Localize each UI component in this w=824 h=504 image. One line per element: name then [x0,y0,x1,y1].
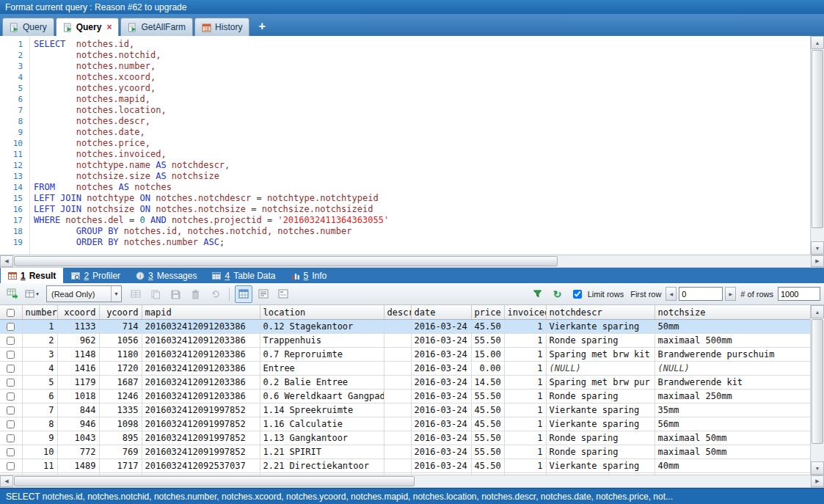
column-header-invoiced[interactable]: invoiced [504,305,546,320]
cell-xcoord[interactable]: 1018 [57,390,99,403]
cell-ycoord[interactable]: 1056 [99,334,142,348]
cell-descr[interactable] [384,320,411,334]
limit-rows-checkbox[interactable] [573,290,582,299]
first-row-input[interactable] [679,287,723,301]
cell-invoiced[interactable]: 1 [504,403,546,417]
cell-date[interactable]: 2016-03-24 [411,320,471,334]
row-checkbox[interactable] [7,351,15,359]
scroll-left-button[interactable]: ◀ [0,475,13,487]
cell-ycoord[interactable]: 714 [99,320,142,334]
cell-number[interactable]: 9 [22,431,57,445]
cell-notchsize[interactable]: maximaal 50mm [655,431,810,445]
cell-notchsize[interactable]: Brandwerende kit [655,376,810,390]
result-tab-messages[interactable]: i 3 Messages [128,268,204,283]
cell-xcoord[interactable]: 772 [57,445,99,459]
result-row-3[interactable]: 31148118020160324120912033860.7 Reprorui… [0,348,810,362]
cell-notchsize[interactable]: 40mm [655,459,810,473]
cell-descr[interactable] [384,431,411,445]
cell-xcoord[interactable]: 844 [57,403,99,417]
form-view-button[interactable] [274,285,292,303]
first-row-increment-button[interactable]: ▶ [725,287,736,301]
cell-mapid[interactable]: 2016032412091203386 [142,334,260,348]
result-row-8[interactable]: 8946109820160324120919978521.16 Calculat… [0,417,810,431]
scroll-up-button[interactable]: ▲ [811,305,824,318]
first-row-decrement-button[interactable]: ◀ [666,287,677,301]
cell-descr[interactable] [384,390,411,403]
save-changes-icon[interactable] [167,285,184,303]
code-line-8[interactable]: notches.descr, [34,116,810,127]
cell-notchdescr[interactable]: Ronde sparing [546,390,655,403]
editor-vertical-scrollbar[interactable]: ▲ ▼ [810,36,824,255]
column-header-price[interactable]: price [471,305,504,320]
cell-location[interactable]: 0.6 Wereldkaart Gangpad [260,390,384,403]
code-line-9[interactable]: notches.date, [34,127,810,138]
result-row-4[interactable]: 4141617202016032412091203386Entree2016-0… [0,362,810,376]
cell-notchdescr[interactable]: Vierkante sparing [546,459,655,473]
row-checkbox[interactable] [7,420,15,428]
cell-descr[interactable] [384,334,411,348]
select-all-checkbox[interactable] [7,309,15,317]
scrollbar-track[interactable] [811,49,824,241]
cell-invoiced[interactable]: 1 [504,334,546,348]
cell-notchdescr[interactable]: Ronde sparing [546,334,655,348]
export-options-icon[interactable]: ▼ [23,285,41,303]
row-checkbox[interactable] [7,434,15,442]
cell-descr[interactable] [384,403,411,417]
cell-date[interactable]: 2016-03-24 [411,390,471,403]
cell-notchdescr[interactable]: Vierkante sparing [546,320,655,334]
filter-button[interactable] [529,285,547,303]
cell-notchdescr[interactable]: Vierkante sparing [546,417,655,431]
tab-query-1[interactable]: Query [2,18,54,36]
row-checkbox[interactable] [7,448,15,456]
cell-invoiced[interactable]: 1 [504,459,546,473]
code-line-19[interactable]: ORDER BY notches.number ASC; [34,237,810,248]
grid-view-button[interactable] [235,285,252,303]
cell-xcoord[interactable]: 1179 [57,376,99,390]
code-line-17[interactable]: WHERE notches.del = 0 AND notches.projec… [34,215,810,226]
cell-xcoord[interactable]: 946 [57,417,99,431]
cell-mapid[interactable]: 2016032412091997852 [142,417,260,431]
grid-vertical-scrollbar[interactable]: ▲ ▼ [810,305,824,475]
cell-date[interactable]: 2016-03-24 [411,334,471,348]
cell-number[interactable]: 6 [22,390,57,403]
cell-location[interactable]: 1.13 Gangkantoor [260,431,384,445]
code-line-14[interactable]: FROM notches AS notches [34,182,810,193]
cell-notchsize[interactable]: maximaal 500mm [655,334,810,348]
result-tab-result[interactable]: 1 Result [1,268,63,283]
scrollbar-track[interactable] [811,318,824,461]
cell-mapid[interactable]: 2016032412091997852 [142,431,260,445]
cell-location[interactable]: 1.14 Spreekruimte [260,403,384,417]
grid-horizontal-scrollbar[interactable]: ◀ ▶ [0,475,824,488]
delete-row-icon[interactable] [186,285,204,303]
export-resultset-icon[interactable] [4,285,21,303]
row-checkbox[interactable] [7,462,15,470]
cell-price[interactable]: 45.50 [471,320,504,334]
result-row-5[interactable]: 51179168720160324120912033860.2 Balie En… [0,376,810,390]
cell-notchsize[interactable]: maximaal 250mm [655,390,810,403]
result-row-2[interactable]: 296210562016032412091203386Trappenhuis20… [0,334,810,348]
cell-price[interactable]: 55.50 [471,334,504,348]
result-tab-info[interactable]: 5 Info [284,268,335,283]
cell-number[interactable]: 8 [22,417,57,431]
cell-xcoord[interactable]: 1043 [57,431,99,445]
editor-horizontal-scrollbar[interactable]: ◀ ▶ [0,255,824,268]
code-line-18[interactable]: GROUP BY notches.id, notches.notchid, no… [34,226,810,237]
cell-invoiced[interactable]: 1 [504,320,546,334]
cell-mapid[interactable]: 2016032412091203386 [142,390,260,403]
column-header-descr[interactable]: descr [384,305,411,320]
cell-location[interactable]: Entree [260,362,384,376]
result-row-6[interactable]: 61018124620160324120912033860.6 Wereldka… [0,390,810,403]
cell-ycoord[interactable]: 895 [99,431,142,445]
cell-notchsize[interactable]: 56mm [655,417,810,431]
cell-number[interactable]: 5 [22,376,57,390]
code-line-3[interactable]: notches.number, [34,61,810,72]
cell-date[interactable]: 2016-03-24 [411,403,471,417]
column-header-location[interactable]: location [260,305,384,320]
cell-ycoord[interactable]: 769 [99,445,142,459]
cell-ycoord[interactable]: 1720 [99,362,142,376]
row-checkbox[interactable] [7,365,15,373]
cell-location[interactable]: 1.16 Calculatie [260,417,384,431]
cell-location[interactable]: 1.21 SPIRIT [260,445,384,459]
cell-invoiced[interactable]: 1 [504,445,546,459]
row-checkbox[interactable] [7,379,15,387]
